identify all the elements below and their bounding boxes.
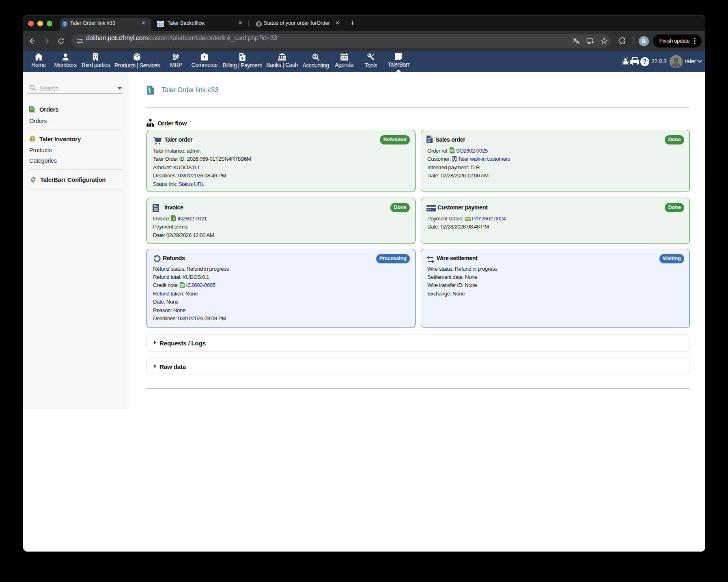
svg-text:$: $ (241, 56, 243, 60)
svg-text:$: $ (314, 54, 316, 58)
svg-text:$: $ (149, 89, 151, 93)
